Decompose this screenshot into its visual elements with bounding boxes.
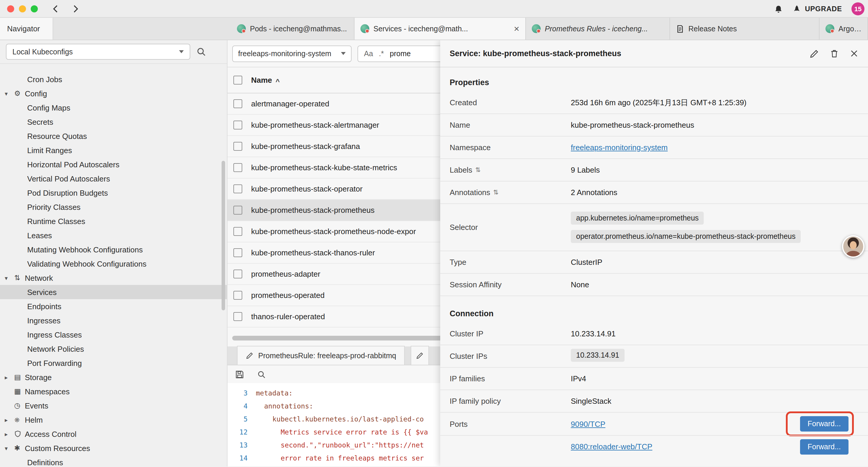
- sidebar-item-access-control[interactable]: ▸Access Control: [0, 427, 227, 441]
- tab-services[interactable]: Services - icecheng@math...: [354, 18, 526, 39]
- sidebar-item-label: Network: [25, 273, 53, 282]
- sidebar-item-network[interactable]: ▾⇅Network: [0, 271, 227, 285]
- tab-pods[interactable]: Pods - icecheng@mathmas...: [231, 18, 354, 39]
- sidebar-item-runtime-classes[interactable]: Runtime Classes: [0, 214, 227, 228]
- sidebar-item-events[interactable]: ◷Events: [0, 399, 227, 413]
- expand-labels-icon[interactable]: [475, 166, 481, 174]
- close-tab-icon[interactable]: [514, 24, 519, 33]
- edit-pencil-icon: [246, 352, 253, 359]
- cluster-ip-value: 10.233.14.91: [571, 329, 859, 338]
- sidebar-tree: Cron Jobs▾⚙ConfigConfig MapsSecretsResou…: [0, 64, 227, 466]
- namespace-label: Namespace: [450, 143, 571, 152]
- sidebar-item-network-policies[interactable]: Network Policies: [0, 342, 227, 356]
- sidebar-item-namespaces[interactable]: ▦Namespaces: [0, 384, 227, 399]
- sidebar-item-pod-disruption-budgets[interactable]: Pod Disruption Budgets: [0, 185, 227, 200]
- line-number: 4: [227, 400, 256, 413]
- sidebar-item-config-maps[interactable]: Config Maps: [0, 100, 227, 115]
- sidebar-item-cron-jobs[interactable]: Cron Jobs: [0, 72, 227, 86]
- back-arrow-icon[interactable]: [51, 4, 60, 13]
- navigator-panel-tab[interactable]: Navigator: [0, 18, 53, 39]
- editor-tab-prometheusrule[interactable]: PrometheusRule: freeleaps-prod-rabbitmq: [237, 346, 405, 365]
- sidebar-item-horizontal-pod-autoscalers[interactable]: Horizontal Pod Autoscalers: [0, 157, 227, 171]
- row-checkbox[interactable]: [234, 99, 242, 108]
- drawer-row-namespace: Namespace freeleaps-monitoring-system: [440, 137, 868, 159]
- sidebar-item-priority-classes[interactable]: Priority Classes: [0, 200, 227, 214]
- sidebar-item-storage[interactable]: ▸▤Storage: [0, 370, 227, 384]
- editor-tab-partial[interactable]: [411, 346, 429, 365]
- match-case-toggle[interactable]: Aa: [364, 49, 373, 58]
- sidebar-item-helm[interactable]: ▸⎈Helm: [0, 413, 227, 427]
- access-control-icon: [14, 430, 25, 437]
- sidebar-item-label: Access Control: [25, 430, 76, 438]
- row-checkbox[interactable]: [234, 312, 242, 321]
- sidebar-item-label: Validating Webhook Configurations: [27, 259, 147, 268]
- namespace-filter-value: freeleaps-monitoring-system: [238, 49, 331, 58]
- sidebar-item-ingresses[interactable]: Ingresses: [0, 313, 227, 327]
- sidebar-item-endpoints[interactable]: Endpoints: [0, 299, 227, 313]
- user-avatar[interactable]: [842, 235, 864, 258]
- expand-annotations-icon[interactable]: [493, 188, 498, 196]
- window-zoom-button[interactable]: [31, 5, 38, 12]
- notification-count-badge[interactable]: 15: [851, 2, 864, 16]
- namespace-link[interactable]: freeleaps-monitoring-system: [571, 143, 668, 152]
- sidebar-scrollbar[interactable]: [222, 161, 225, 310]
- row-checkbox[interactable]: [234, 269, 242, 279]
- sidebar-item-leases[interactable]: Leases: [0, 228, 227, 242]
- row-checkbox[interactable]: [234, 291, 242, 300]
- chevron-right-icon: ▸: [5, 374, 14, 380]
- drawer-row-ip-family-policy: IP family policy SingleStack: [440, 390, 868, 413]
- code-text: kubectl.kubernetes.io/last-applied-co: [256, 413, 424, 426]
- sidebar-item-ingress-classes[interactable]: Ingress Classes: [0, 327, 227, 342]
- save-icon[interactable]: [235, 370, 244, 379]
- row-checkbox[interactable]: [234, 248, 242, 257]
- sidebar-item-vertical-pod-autoscalers[interactable]: Vertical Pod Autoscalers: [0, 171, 227, 185]
- select-all-checkbox[interactable]: [234, 76, 242, 85]
- forward-arrow-icon[interactable]: [71, 4, 80, 13]
- sidebar-item-config[interactable]: ▾⚙Config: [0, 86, 227, 100]
- search-icon[interactable]: [196, 47, 206, 57]
- upgrade-button[interactable]: UPGRADE: [793, 4, 842, 13]
- name-column-header[interactable]: Name: [251, 76, 280, 85]
- code-text: annotations:: [256, 400, 313, 413]
- row-checkbox[interactable]: [234, 121, 242, 129]
- sidebar-item-limit-ranges[interactable]: Limit Ranges: [0, 143, 227, 157]
- sidebar-item-secrets[interactable]: Secrets: [0, 115, 227, 129]
- port-link[interactable]: 8080:reloader-web/TCP: [571, 442, 800, 451]
- edit-icon[interactable]: [809, 49, 819, 58]
- chevron-down-icon: [341, 52, 346, 55]
- editor-search-icon[interactable]: [257, 370, 266, 379]
- tab-release-notes[interactable]: Release Notes: [670, 18, 819, 39]
- notifications-bell-icon[interactable]: [774, 4, 783, 13]
- window-close-button[interactable]: [7, 5, 14, 12]
- drawer-row-annotations: Annotations 2 Annotations: [440, 181, 868, 204]
- sidebar-item-resource-quotas[interactable]: Resource Quotas: [0, 129, 227, 143]
- row-checkbox[interactable]: [234, 184, 242, 193]
- chevron-right-icon: ▸: [5, 431, 14, 437]
- regex-toggle[interactable]: .*: [379, 49, 384, 58]
- tab-prometheus-rules[interactable]: Prometheus Rules - icecheng...: [526, 18, 670, 39]
- namespace-filter-dropdown[interactable]: freeleaps-monitoring-system: [232, 45, 351, 62]
- kubeconfig-selector[interactable]: Local Kubeconfigs: [6, 44, 190, 60]
- tab-argo[interactable]: Argo Se: [819, 18, 868, 39]
- port-link[interactable]: 9090/TCP: [571, 419, 800, 428]
- window-minimize-button[interactable]: [19, 5, 26, 12]
- ip-families-label: IP families: [450, 374, 571, 383]
- sidebar-item-services[interactable]: Services: [0, 285, 227, 299]
- delete-trash-icon[interactable]: [830, 49, 839, 58]
- sidebar-item-validating-webhook-configurations[interactable]: Validating Webhook Configurations: [0, 257, 227, 271]
- upgrade-label: UPGRADE: [805, 5, 842, 13]
- drawer-row-labels: Labels 9 Labels: [440, 159, 868, 181]
- close-icon[interactable]: [850, 49, 859, 58]
- sidebar-item-label: Config: [25, 89, 47, 98]
- sidebar-item-custom-resources[interactable]: ▾✱Custom Resources: [0, 441, 227, 455]
- port-forward-button[interactable]: Forward...: [800, 439, 848, 454]
- port-forward-button[interactable]: Forward...: [800, 416, 848, 432]
- row-checkbox[interactable]: [234, 227, 242, 236]
- row-checkbox[interactable]: [234, 163, 242, 172]
- sidebar-item-definitions[interactable]: Definitions: [0, 455, 227, 466]
- sidebar-item-mutating-webhook-configurations[interactable]: Mutating Webhook Configurations: [0, 242, 227, 257]
- sidebar-item-label: Mutating Webhook Configurations: [27, 245, 143, 254]
- row-checkbox[interactable]: [234, 206, 242, 214]
- sidebar-item-port-forwarding[interactable]: Port Forwarding: [0, 356, 227, 370]
- row-checkbox[interactable]: [234, 142, 242, 151]
